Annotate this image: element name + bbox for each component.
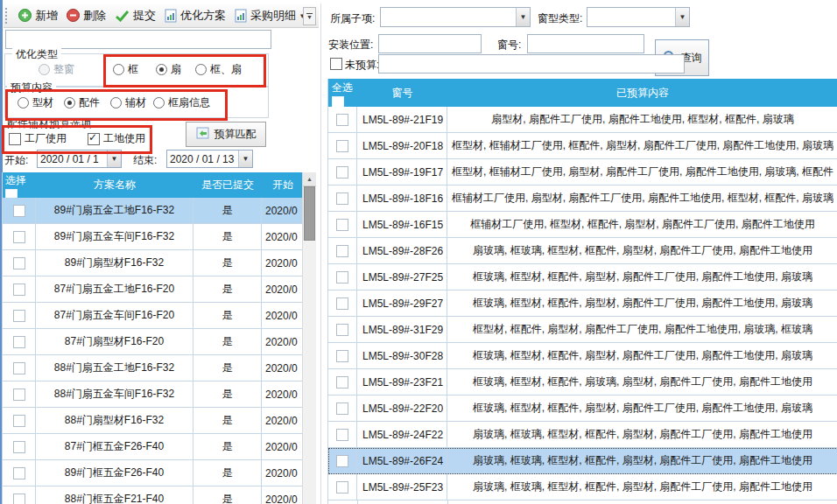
radio-option-配件[interactable]: 配件: [64, 95, 100, 110]
row-checkbox[interactable]: [13, 415, 25, 427]
window-row[interactable]: LM5L-89#-29F27框玻璃, 框型材, 框配件, 扇型材, 扇配件工厂使…: [328, 290, 837, 317]
start-date-picker[interactable]: 2020 / 01 / 1 ▼: [37, 150, 122, 168]
window-row[interactable]: LM5L-89#-18F16框辅材工厂使用, 扇型材, 扇配件工厂使用, 扇配件…: [328, 186, 837, 212]
row-checkbox[interactable]: [336, 114, 348, 126]
window-row[interactable]: LM5L-89#-26F24扇玻璃, 框玻璃, 框型材, 框配件, 扇型材, 扇…: [328, 448, 837, 474]
row-checkbox[interactable]: [13, 310, 25, 322]
toolbar-button-label: 提交: [133, 8, 156, 24]
row-checkbox[interactable]: [336, 298, 348, 310]
window-type-combobox[interactable]: ▼: [587, 7, 690, 27]
plan-row[interactable]: 89#门框五金F26-F40是2020/0: [3, 460, 303, 486]
window-row[interactable]: LM5L-89#-16F15框辅材工厂使用, 框型材, 框配件, 扇型材, 扇配…: [328, 212, 837, 238]
row-checkbox[interactable]: [13, 231, 25, 243]
plan-header-name: 方案名称: [36, 172, 193, 198]
radio-icon: [153, 97, 165, 108]
row-checkbox[interactable]: [13, 467, 25, 480]
chevron-down-icon[interactable]: ▼: [675, 8, 689, 26]
row-checkbox[interactable]: [13, 441, 25, 453]
radio-option-框、扇[interactable]: 框、扇: [195, 62, 242, 77]
row-checkbox[interactable]: [13, 205, 25, 217]
row-checkbox[interactable]: [336, 245, 348, 257]
row-checkbox[interactable]: [336, 350, 348, 362]
优化方案-button[interactable]: 优化方案: [160, 6, 230, 25]
radio-option-型材[interactable]: 型材: [18, 95, 53, 110]
window-row[interactable]: LM5L-89#-22F20框玻璃, 框型材, 框配件, 扇型材, 扇配件工厂使…: [328, 396, 837, 422]
plan-row[interactable]: 88#门扇五金工地F16-F32是2020/0: [3, 355, 303, 382]
no-budget-checkbox[interactable]: [330, 58, 342, 70]
budget-match-button[interactable]: 预算匹配: [186, 122, 266, 147]
plan-row[interactable]: 87#门框五金F26-F40是2020/0: [3, 434, 303, 460]
window-row[interactable]: LM5L-89#-20F18框型材, 框辅材工厂使用, 框配件, 扇型材, 扇配…: [328, 133, 837, 159]
budget-content-label: 预算内容: [7, 80, 56, 95]
radio-option-扇[interactable]: 扇: [156, 62, 181, 77]
checkbox-option-工厂使用[interactable]: 工厂使用: [9, 131, 67, 146]
plan-start-date: 2020/0: [262, 434, 303, 459]
plan-row[interactable]: 87#门扇五金工地F16-F20是2020/0: [3, 276, 303, 303]
row-checkbox[interactable]: [13, 494, 25, 504]
install-pos-input[interactable]: [378, 34, 482, 53]
plan-submitted: 是: [193, 276, 262, 302]
window-no-input[interactable]: [527, 34, 644, 53]
row-checkbox[interactable]: [336, 402, 348, 415]
row-checkbox[interactable]: [336, 140, 348, 152]
plan-filter-input[interactable]: [5, 30, 271, 49]
window-row[interactable]: LM5L-89#-24F22扇玻璃, 框玻璃, 框型材, 框配件, 扇型材, 扇…: [328, 422, 837, 448]
plan-row[interactable]: 89#门扇型材F16-F32是2020/0: [3, 250, 303, 276]
plan-table-scrollbar[interactable]: ▲: [302, 172, 316, 504]
plan-row[interactable]: 89#门扇五金车间F16-F32是2020/0: [3, 224, 303, 250]
row-checkbox[interactable]: [336, 219, 348, 231]
删除-button[interactable]: 删除: [62, 6, 110, 25]
window-row[interactable]: LM5L-89#-27F25框玻璃, 框型材, 框配件, 扇型材, 扇配件工厂使…: [328, 264, 837, 290]
row-checkbox[interactable]: [336, 192, 348, 205]
plan-row[interactable]: 88#门扇五金车间F16-F32是2020/0: [3, 382, 303, 408]
row-checkbox[interactable]: [13, 362, 25, 374]
plan-row[interactable]: 88#门框五金F21-F40是2020/0: [3, 486, 303, 504]
window-row[interactable]: LM5L-89#-25F23扇玻璃, 框玻璃, 框型材, 框配件, 扇型材, 扇…: [328, 474, 837, 500]
row-checkbox[interactable]: [13, 388, 25, 401]
radio-option-辅材[interactable]: 辅材: [110, 95, 146, 110]
plan-row[interactable]: 88#门扇型材F16-F32是2020/0: [3, 408, 303, 434]
row-checkbox[interactable]: [13, 336, 25, 348]
window-row[interactable]: LM5L-89#-21F19扇型材, 扇配件工厂使用, 扇配件工地使用, 框型材…: [328, 107, 837, 133]
toolbar-grip[interactable]: [5, 8, 11, 24]
no-budget-input[interactable]: [378, 54, 685, 74]
chevron-down-icon[interactable]: ▼: [238, 150, 252, 167]
row-checkbox[interactable]: [336, 271, 348, 284]
chevron-down-icon[interactable]: ▼: [516, 8, 530, 26]
radio-option-框[interactable]: 框: [113, 62, 138, 77]
row-checkbox[interactable]: [336, 429, 348, 441]
scroll-up-icon[interactable]: ▲: [303, 172, 316, 186]
window-row[interactable]: LM5L-89#-19F17框型材, 框辅材工厂使用, 扇型材, 扇配件工厂使用…: [328, 159, 837, 186]
panel-splitter[interactable]: [320, 4, 321, 504]
end-date-picker[interactable]: 2020 / 01 / 13 ▼: [166, 150, 253, 168]
window-row[interactable]: LM5L-89#-23F21框玻璃, 框型材, 框配件, 扇玻璃, 扇型材, 扇…: [328, 369, 837, 396]
sub-item-combobox[interactable]: ▼: [380, 7, 531, 27]
plan-row[interactable]: 87#门扇型材F16-F20是2020/0: [3, 329, 303, 355]
row-checkbox[interactable]: [336, 455, 348, 467]
row-checkbox[interactable]: [336, 324, 348, 336]
window-row[interactable]: LM5L-89#-28F26扇玻璃, 框玻璃, 框型材, 框配件, 扇型材, 扇…: [328, 238, 837, 264]
row-checkbox[interactable]: [13, 284, 25, 296]
select-all-checkbox[interactable]: [5, 189, 18, 198]
row-checkbox[interactable]: [336, 481, 348, 494]
window-row[interactable]: LM5L-89#-30F28框玻璃, 框型材, 框配件, 扇型材, 扇配件工厂使…: [328, 343, 837, 369]
chevron-down-icon[interactable]: ▼: [107, 150, 121, 167]
checkbox-option-工地使用[interactable]: 工地使用: [88, 131, 145, 146]
plan-header-start: 开始: [262, 172, 303, 198]
select-all-header-label: 全选: [332, 80, 353, 95]
plan-table-header: 选择 方案名称 是否已提交 开始: [3, 172, 303, 198]
plan-row[interactable]: 87#门扇五金车间F16-F20是2020/0: [3, 303, 303, 329]
新增-button[interactable]: 新增: [14, 6, 62, 25]
row-checkbox[interactable]: [336, 376, 348, 388]
采购明细-button[interactable]: 采购明细▾: [230, 6, 309, 25]
radio-option-框扇信息[interactable]: 框扇信息: [153, 95, 210, 110]
plan-row[interactable]: 89#门扇五金工地F16-F32是2020/0: [3, 198, 303, 224]
scrollbar-thumb[interactable]: [304, 186, 315, 241]
提交-button[interactable]: 提交: [110, 6, 160, 25]
toolbar-overflow-button[interactable]: ▼: [303, 7, 316, 25]
select-all-checkbox[interactable]: [332, 96, 344, 107]
window-row[interactable]: LM5L-89#-31F29框型材, 框配件, 扇型材, 扇配件工厂使用, 扇配…: [328, 317, 837, 343]
row-checkbox[interactable]: [13, 257, 25, 270]
row-checkbox[interactable]: [336, 166, 348, 178]
plan-table-body: 89#门扇五金工地F16-F32是2020/089#门扇五金车间F16-F32是…: [3, 198, 303, 504]
